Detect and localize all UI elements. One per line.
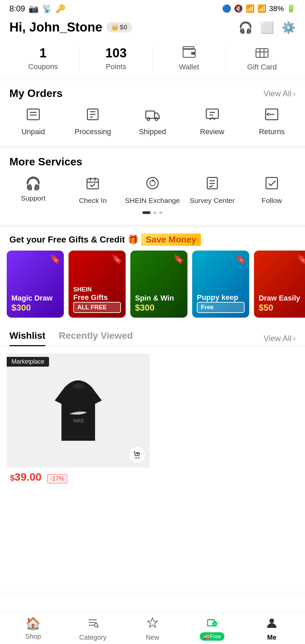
dot-active bbox=[142, 211, 150, 214]
shipped-icon bbox=[145, 108, 160, 124]
follow-label: Follow bbox=[262, 197, 282, 205]
svg-line-40 bbox=[97, 627, 98, 628]
follow-icon bbox=[265, 176, 279, 193]
nav-me[interactable]: Me bbox=[242, 616, 302, 641]
settings-icon[interactable]: ⚙️ bbox=[281, 21, 296, 34]
game-cards: 🔖 Magic Draw $300 🔖 SHEIN Free Gifts ALL… bbox=[0, 251, 305, 327]
svg-point-39 bbox=[94, 624, 98, 627]
wallet-stat[interactable]: Wallet bbox=[152, 46, 225, 71]
add-to-cart-button[interactable] bbox=[128, 446, 146, 464]
wifi-icon: 📶 bbox=[246, 4, 255, 13]
coupons-stat[interactable]: 1 Coupons bbox=[7, 46, 79, 71]
bluetooth-icon: 🔵 bbox=[222, 4, 231, 13]
free-icon: Free bbox=[206, 616, 218, 632]
services-title: More Services bbox=[9, 156, 82, 168]
crown-icon: 👑 bbox=[111, 24, 119, 31]
magic-title: Magic Draw bbox=[11, 294, 59, 303]
order-review[interactable]: Review bbox=[182, 108, 242, 136]
coupons-label: Coupons bbox=[28, 62, 58, 71]
svg-point-25 bbox=[147, 177, 158, 189]
order-shipped[interactable]: Shipped bbox=[123, 108, 182, 136]
all-free-badge: ALL FREE bbox=[73, 302, 121, 313]
svg-rect-2 bbox=[191, 52, 195, 55]
product-info-nike: $39.00 -17% bbox=[7, 468, 150, 488]
orders-header: My Orders View All › bbox=[0, 80, 305, 104]
new-label: New bbox=[146, 634, 159, 641]
order-unpaid[interactable]: Unpaid bbox=[3, 108, 63, 136]
service-shein-exchange[interactable]: SHEIN Exchange bbox=[123, 176, 182, 205]
nav-new[interactable]: New bbox=[123, 616, 182, 641]
coin-amount: $0 bbox=[120, 23, 127, 31]
me-label: Me bbox=[267, 634, 276, 641]
review-icon bbox=[205, 108, 220, 124]
services-row: 🎧 Support Check In bbox=[0, 173, 305, 210]
game-card-spin-win[interactable]: 🔖 Spin & Win $300 bbox=[130, 251, 187, 318]
review-label: Review bbox=[200, 127, 224, 136]
product-card-nike[interactable]: Marketplace NIKE bbox=[7, 354, 150, 488]
header: Hi, John_Stone 👑 $0 🎧 ⬜ ⚙️ bbox=[0, 16, 305, 41]
service-support[interactable]: 🎧 Support bbox=[3, 176, 63, 205]
nav-category[interactable]: Category bbox=[63, 616, 123, 641]
promo-text: Get your Free Gifts & Credit bbox=[9, 234, 125, 245]
free-gifts-content: 🔖 SHEIN Free Gifts ALL FREE bbox=[69, 251, 126, 318]
spin-bookmark-icon: 🔖 bbox=[173, 254, 184, 264]
product-grid: Marketplace NIKE bbox=[0, 347, 305, 495]
puppy-content: 🔖 Puppy keep Free bbox=[192, 251, 249, 318]
svg-rect-21 bbox=[87, 179, 98, 189]
nav-free[interactable]: Free 🚚Free bbox=[182, 616, 242, 641]
returns-icon bbox=[264, 108, 279, 124]
order-returns[interactable]: Returns bbox=[242, 108, 302, 136]
support-icon: 🎧 bbox=[25, 176, 41, 191]
shop-icon: 🏠 bbox=[26, 616, 41, 631]
shop-label: Shop bbox=[25, 633, 41, 640]
service-checkin[interactable]: Check In bbox=[63, 176, 123, 205]
nav-shop[interactable]: 🏠 Shop bbox=[3, 616, 63, 641]
points-label: Points bbox=[106, 62, 126, 71]
orders-row: Unpaid Processing Shipped bbox=[0, 104, 305, 148]
scan-icon[interactable]: ⬜ bbox=[260, 21, 274, 34]
support-label: Support bbox=[21, 194, 46, 202]
discount-badge: -17% bbox=[47, 474, 67, 483]
order-processing[interactable]: Processing bbox=[63, 108, 123, 136]
customer-service-icon[interactable]: 🎧 bbox=[238, 21, 253, 34]
nike-shirt-image: NIKE bbox=[45, 374, 112, 447]
tab-wishlist[interactable]: Wishlist bbox=[9, 330, 45, 346]
giftcard-label: Gift Card bbox=[247, 63, 277, 71]
draw-title: Draw Easily bbox=[259, 294, 305, 303]
magic-draw-content: 🔖 Magic Draw $300 bbox=[7, 251, 64, 318]
battery-display: 38% bbox=[269, 4, 284, 13]
dot-3 bbox=[159, 211, 163, 214]
bottom-nav: 🏠 Shop Category New bbox=[0, 611, 305, 644]
game-card-draw-easily[interactable]: 🔖 Draw Easily $50 bbox=[254, 251, 305, 318]
camera-icon: 📷 bbox=[29, 4, 39, 13]
points-stat[interactable]: 103 Points bbox=[79, 46, 152, 71]
shipped-label: Shipped bbox=[139, 127, 166, 136]
signal-icon: 📶 bbox=[257, 4, 266, 13]
wishlist-view-all[interactable]: View All › bbox=[263, 334, 296, 343]
spin-title: Spin & Win bbox=[135, 294, 183, 303]
svg-rect-14 bbox=[146, 111, 155, 118]
product-price: $39.00 bbox=[10, 471, 44, 483]
magic-bookmark-icon: 🔖 bbox=[50, 254, 60, 264]
svg-point-15 bbox=[147, 118, 150, 120]
wishlist-section: Wishlist Recently Viewed View All › Mark… bbox=[0, 327, 305, 528]
services-header: More Services bbox=[0, 148, 305, 173]
category-label: Category bbox=[79, 634, 106, 641]
coin-badge[interactable]: 👑 $0 bbox=[106, 22, 132, 33]
orders-view-all[interactable]: View All › bbox=[263, 89, 296, 98]
svg-text:NIKE: NIKE bbox=[73, 418, 84, 423]
puppy-title: Puppy keep bbox=[197, 293, 245, 302]
service-survey[interactable]: Survey Center bbox=[182, 176, 242, 205]
game-card-puppy-keep[interactable]: 🔖 Puppy keep Free bbox=[192, 251, 249, 318]
giftcard-icon bbox=[255, 46, 269, 61]
save-money-tag[interactable]: Save Money bbox=[141, 233, 201, 246]
game-card-magic-draw[interactable]: 🔖 Magic Draw $300 bbox=[7, 251, 64, 318]
svg-point-43 bbox=[269, 619, 274, 623]
service-follow[interactable]: Follow bbox=[242, 176, 302, 205]
spin-win-content: 🔖 Spin & Win $300 bbox=[130, 251, 187, 318]
battery-icon: 🔋 bbox=[287, 4, 296, 13]
game-card-free-gifts[interactable]: 🔖 SHEIN Free Gifts ALL FREE bbox=[69, 251, 126, 318]
giftcard-stat[interactable]: Gift Card bbox=[225, 46, 298, 71]
tab-recently-viewed[interactable]: Recently Viewed bbox=[59, 330, 133, 346]
magic-amount: $300 bbox=[11, 303, 59, 313]
